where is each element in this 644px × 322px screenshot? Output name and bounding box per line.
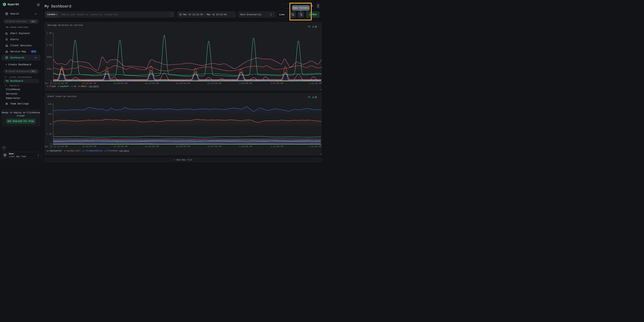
svg-text:1: 1 (180, 14, 181, 15)
